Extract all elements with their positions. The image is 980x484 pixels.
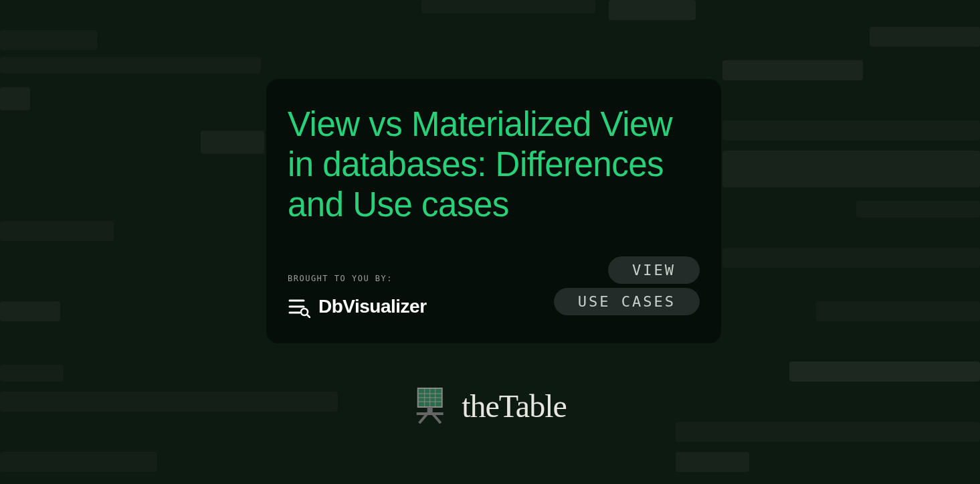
bg-block — [609, 0, 696, 20]
svg-line-4 — [307, 315, 310, 317]
bg-block — [0, 452, 157, 472]
bg-block — [722, 120, 980, 141]
bg-block — [722, 60, 863, 80]
bg-block — [0, 87, 30, 110]
bg-block — [676, 422, 980, 442]
bg-block — [816, 301, 980, 321]
bg-block — [0, 392, 338, 412]
tag: USE CASES — [554, 288, 700, 315]
bg-block — [0, 57, 261, 74]
bg-block — [0, 301, 60, 321]
bg-block — [722, 151, 980, 187]
svg-line-13 — [419, 414, 427, 423]
footer-brand: theTable — [413, 387, 567, 424]
tag: VIEW — [608, 256, 700, 284]
bg-block — [201, 131, 264, 154]
footer-brand-text: theTable — [462, 388, 567, 424]
sponsor-name: DbVisualizer — [318, 296, 427, 317]
bg-block — [870, 27, 980, 47]
article-card: View vs Materialized View in databases: … — [266, 79, 721, 343]
svg-line-14 — [432, 414, 440, 423]
bg-block — [421, 0, 595, 13]
bg-block — [676, 452, 749, 472]
bg-block — [0, 365, 64, 382]
bg-block — [789, 361, 980, 382]
tag-list: VIEW USE CASES — [554, 256, 700, 315]
bg-block — [0, 30, 97, 50]
bg-block — [0, 221, 114, 241]
bg-block — [856, 201, 980, 218]
bg-block — [722, 248, 980, 268]
table-icon — [413, 387, 446, 424]
article-title: View vs Materialized View in databases: … — [288, 104, 700, 226]
database-icon — [288, 295, 310, 318]
